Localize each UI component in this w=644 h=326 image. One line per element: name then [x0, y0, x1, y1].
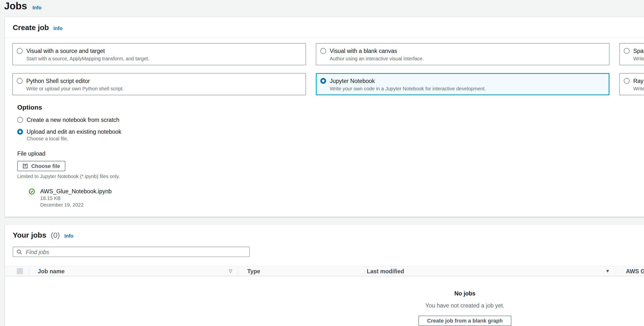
column-type[interactable]: Type [247, 268, 260, 275]
radio-button[interactable] [17, 48, 22, 54]
page-info-link[interactable]: Info [32, 5, 42, 10]
radio-button[interactable] [17, 78, 22, 84]
job-type-tiles: Visual with a source and target Start wi… [5, 38, 644, 95]
page-header: Jobs Info [0, 0, 644, 12]
your-jobs-count: (0) [51, 231, 60, 240]
column-last-modified[interactable]: Last modified [367, 268, 404, 275]
radio-button-checked[interactable] [17, 129, 23, 134]
tile-ray-script-editor[interactable]: Ray scr Write yo [619, 73, 644, 95]
create-job-info-link[interactable]: Info [54, 25, 62, 31]
radio-create-new-notebook[interactable]: Create a new notebook from scratch [17, 116, 644, 123]
radio-description: Choose a local file. [26, 136, 644, 142]
options-heading: Options [17, 104, 644, 111]
column-divider [238, 268, 238, 275]
radio-button[interactable] [17, 117, 23, 123]
empty-state-message: You have not created a job yet. [399, 302, 530, 309]
tile-label: Jupyter Notebook [330, 77, 605, 85]
tile-description: Write or [634, 55, 644, 62]
your-jobs-info-link[interactable]: Info [64, 233, 74, 239]
tile-description: Write your own code in a Jupyter Noteboo… [330, 85, 605, 92]
radio-button-checked[interactable] [320, 78, 326, 84]
jobs-page: Jobs Info Create job Info Visual with a … [0, 0, 644, 326]
your-jobs-panel: Your jobs (0) Info Job name ▽ [5, 225, 644, 326]
radio-button[interactable] [320, 48, 326, 54]
tile-label: Python Shell script editor [26, 77, 302, 85]
tile-spark-script-editor[interactable]: Spark s Write or [619, 43, 644, 65]
tile-description: Write yo [634, 85, 644, 92]
check-circle-icon [29, 188, 35, 208]
column-aws-glue[interactable]: AWS Glue [626, 268, 644, 275]
page-title: Jobs [4, 0, 27, 12]
radio-button[interactable] [624, 48, 630, 54]
create-job-panel: Create job Info Visual with a source and… [5, 17, 644, 217]
tile-visual-source-target[interactable]: Visual with a source and target Start wi… [12, 43, 306, 65]
create-job-title: Create job [13, 23, 49, 32]
jobs-search-box[interactable] [13, 247, 250, 257]
file-size: 18.15 KB [40, 195, 112, 201]
file-constraint-text: Limited to Jupyter Notebook (*.ipynb) fi… [17, 174, 644, 179]
sort-icon-job-name: ▽ [229, 268, 232, 274]
search-icon [16, 249, 22, 255]
column-divider [364, 268, 364, 275]
column-divider [29, 268, 29, 275]
tile-description: Write or upload your own Python shell sc… [26, 85, 302, 92]
select-all-checkbox[interactable] [17, 268, 23, 274]
tile-label: Spark s [634, 47, 644, 55]
file-date: December 19, 2022 [40, 202, 112, 208]
empty-state-title: No jobs [399, 290, 530, 297]
radio-label: Upload and edit an existing notebook [26, 129, 121, 135]
tile-label: Visual with a source and target [26, 47, 302, 55]
file-upload-section: File upload Choose file Limited to Jupyt… [17, 150, 644, 208]
column-job-name[interactable]: Job name [38, 268, 64, 275]
tile-label: Ray scr [634, 77, 644, 85]
tile-jupyter-notebook[interactable]: Jupyter Notebook Write your own code in … [316, 73, 610, 95]
tile-python-shell-editor[interactable]: Python Shell script editor Write or uplo… [12, 73, 306, 95]
uploaded-file-item: AWS_Glue_Notebook.ipynb 18.15 KB Decembe… [29, 188, 644, 208]
options-section: Options Create a new notebook from scrat… [17, 104, 644, 142]
tile-description: Author using an interactive visual inter… [330, 55, 605, 62]
file-upload-label: File upload [17, 150, 644, 157]
radio-button[interactable] [624, 78, 630, 84]
tile-label: Visual with a blank canvas [330, 47, 605, 55]
choose-file-button[interactable]: Choose file [17, 161, 65, 171]
file-name: AWS_Glue_Notebook.ipynb [40, 188, 112, 195]
column-divider [616, 268, 616, 275]
tile-description: Start with a source, ApplyMapping transf… [26, 55, 302, 62]
sort-icon-last-modified-descending: ▼ [605, 268, 610, 273]
radio-label: Create a new notebook from scratch [26, 116, 119, 123]
choose-file-button-label: Choose file [31, 163, 60, 169]
create-blank-graph-button[interactable]: Create job from a blank graph [418, 316, 511, 326]
jobs-table-header: Job name ▽ Type Last modified ▼ AWS Glue [5, 266, 644, 276]
tile-visual-blank-canvas[interactable]: Visual with a blank canvas Author using … [316, 43, 610, 65]
your-jobs-header: Your jobs (0) Info [5, 225, 644, 240]
search-input[interactable] [25, 248, 249, 256]
create-job-header: Create job Info [5, 17, 644, 38]
your-jobs-title: Your jobs [13, 231, 46, 240]
empty-state: No jobs You have not created a job yet. … [399, 290, 530, 326]
radio-upload-existing-notebook[interactable]: Upload and edit an existing notebook [17, 129, 644, 135]
upload-icon [23, 163, 28, 169]
